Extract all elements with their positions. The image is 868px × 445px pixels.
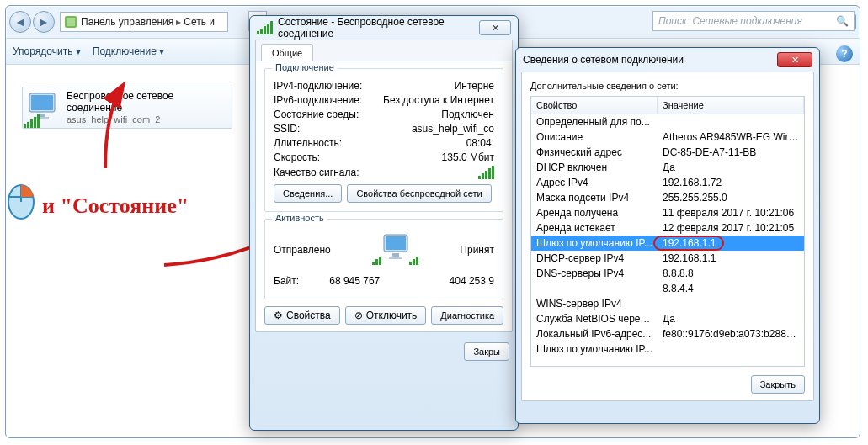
bytes-recv: 404 253 9 (450, 275, 494, 287)
cell-value: 255.255.255.0 (658, 190, 804, 205)
group-activity-label: Активность (272, 213, 327, 223)
disconnect-button[interactable]: ⊘Отключить (345, 306, 427, 325)
cell-value: Да (658, 160, 804, 175)
cell-value: fe80::9176:d9eb:a073:b288%43 (658, 326, 804, 342)
ssid-label: SSID: (274, 123, 300, 135)
svg-rect-1 (67, 18, 75, 26)
dur-value: 08:04: (466, 137, 494, 149)
status-titlebar[interactable]: Состояние - Беспроводное сетевое соедине… (250, 16, 518, 40)
table-row[interactable]: DNS-серверы IPv48.8.8.8 (531, 266, 804, 281)
table-row[interactable]: 8.8.4.4 (531, 281, 804, 296)
help-button[interactable]: ? (836, 45, 853, 62)
cell-value: 192.168.1.1 (658, 251, 804, 266)
table-row[interactable]: Маска подсети IPv4255.255.255.0 (531, 190, 804, 205)
search-input[interactable]: Поиск: Сетевые подключения (652, 11, 855, 31)
cell-property: Маска подсети IPv4 (531, 190, 658, 205)
table-row[interactable]: Определенный для по... (531, 114, 804, 130)
svg-rect-8 (386, 236, 406, 250)
cell-property: Описание (531, 130, 658, 145)
table-row[interactable]: DHCP-сервер IPv4192.168.1.1 (531, 251, 804, 266)
speed-label: Скорость: (274, 151, 320, 163)
table-row[interactable]: Шлюз по умолчанию IP...192.168.1.1 (531, 236, 804, 251)
bytes-label: Байт: (274, 275, 299, 287)
cell-value (658, 296, 804, 311)
table-row[interactable]: Адрес IPv4192.168.1.72 (531, 175, 804, 190)
cell-property: Локальный IPv6-адрес... (531, 326, 658, 342)
svg-rect-11 (372, 262, 375, 265)
cell-value (658, 342, 804, 357)
breadcrumb[interactable]: Панель управления ▸ Сеть и (60, 12, 228, 32)
properties-button[interactable]: ⚙Свойства (264, 306, 340, 325)
details-close-footer-button[interactable]: Закрыть (751, 375, 805, 394)
annotation-text: и "Состояние" (42, 193, 189, 219)
breadcrumb-root[interactable]: Панель управления (81, 16, 173, 28)
mouse-icon (5, 177, 37, 220)
tab-general[interactable]: Общие (261, 44, 313, 61)
diagnose-button[interactable]: Диагностика (431, 306, 503, 325)
connection-ssid: asus_help_wifi_com_2 (67, 114, 226, 125)
details-table[interactable]: Свойство Значение Определенный для по...… (530, 96, 805, 367)
signal-label: Качество сигнала: (274, 167, 359, 178)
svg-rect-4 (39, 114, 45, 117)
gear-icon: ⚙ (274, 310, 283, 321)
search-placeholder: Поиск: Сетевые подключения (658, 15, 802, 27)
th-property[interactable]: Свойство (531, 97, 658, 114)
details-button[interactable]: Сведения... (274, 184, 342, 203)
ipv4-label: IPv4-подключение: (274, 80, 362, 92)
table-row[interactable]: Аренда получена11 февраля 2017 г. 10:21:… (531, 205, 804, 220)
status-tabs: Общие (256, 40, 512, 61)
table-row[interactable]: Аренда истекает12 февраля 2017 г. 10:21:… (531, 220, 804, 236)
speed-value: 135.0 Мбит (442, 151, 494, 163)
cell-property: Аренда истекает (531, 220, 658, 236)
cell-property: DNS-серверы IPv4 (531, 266, 658, 281)
toolbar-organize[interactable]: Упорядочить (13, 45, 81, 57)
details-titlebar[interactable]: Сведения о сетевом подключении ✕ (516, 48, 819, 72)
cell-property: Шлюз по умолчанию IP... (531, 236, 658, 251)
cell-value: 11 февраля 2017 г. 10:21:06 (658, 205, 804, 220)
breadcrumb-sep: ▸ (176, 16, 181, 28)
cell-property: Адрес IPv4 (531, 175, 658, 190)
svg-rect-14 (409, 262, 412, 265)
dur-label: Длительность: (274, 137, 342, 149)
status-close-button[interactable]: ✕ (479, 20, 511, 35)
wireless-props-button[interactable]: Свойства беспроводной сети (347, 184, 491, 203)
wifi-icon (257, 21, 273, 34)
cell-value: 8.8.4.4 (658, 281, 804, 296)
cell-property: Физический адрес (531, 145, 658, 160)
media-value: Подключен (441, 109, 494, 120)
cell-property (531, 281, 658, 296)
cell-value (658, 114, 804, 130)
group-connection: Подключение IPv4-подключение:Интерне IPv… (264, 68, 503, 212)
cell-property: Служба NetBIOS через... (531, 311, 658, 326)
ssid-value: asus_help_wifi_co (412, 123, 494, 135)
details-close-button[interactable]: ✕ (777, 52, 812, 67)
table-row[interactable]: WINS-сервер IPv4 (531, 296, 804, 311)
control-panel-icon (64, 15, 77, 29)
recv-label: Принят (460, 244, 494, 256)
bytes-sent: 68 945 767 (329, 275, 380, 287)
table-row[interactable]: ОписаниеAtheros AR9485WB-EG Wireless Net… (531, 130, 804, 145)
cell-property: DHCP-сервер IPv4 (531, 251, 658, 266)
toolbar-connect[interactable]: Подключение (93, 45, 164, 57)
details-dialog: Сведения о сетевом подключении ✕ Дополни… (515, 47, 820, 424)
details-caption: Дополнительные сведения о сети: (530, 81, 805, 91)
breadcrumb-child[interactable]: Сеть и (184, 16, 215, 28)
table-row[interactable]: Физический адресDC-85-DE-A7-11-BB (531, 145, 804, 160)
nav-fwd-button[interactable]: ► (33, 11, 55, 33)
svg-rect-3 (31, 95, 53, 110)
table-row[interactable]: DHCP включенДа (531, 160, 804, 175)
table-row[interactable]: Служба NetBIOS через...Да (531, 311, 804, 326)
group-connection-label: Подключение (272, 62, 338, 72)
connection-item[interactable]: Беспроводное сетевое соединение asus_hel… (22, 87, 232, 129)
connection-name: Беспроводное сетевое соединение (67, 90, 226, 114)
group-activity: Активность Отправлено Принят Байт: 68 94… (264, 219, 503, 299)
cell-property: Аренда получена (531, 205, 658, 220)
ipv6-label: IPv6-подключение: (274, 94, 362, 106)
media-label: Состояние среды: (274, 109, 359, 120)
th-value[interactable]: Значение (658, 97, 804, 114)
nav-back-button[interactable]: ◄ (9, 11, 31, 33)
svg-rect-12 (375, 259, 378, 265)
table-row[interactable]: Шлюз по умолчанию IP... (531, 342, 804, 357)
table-row[interactable]: Локальный IPv6-адрес...fe80::9176:d9eb:a… (531, 326, 804, 342)
status-close-footer-button[interactable]: Закры (464, 342, 509, 361)
